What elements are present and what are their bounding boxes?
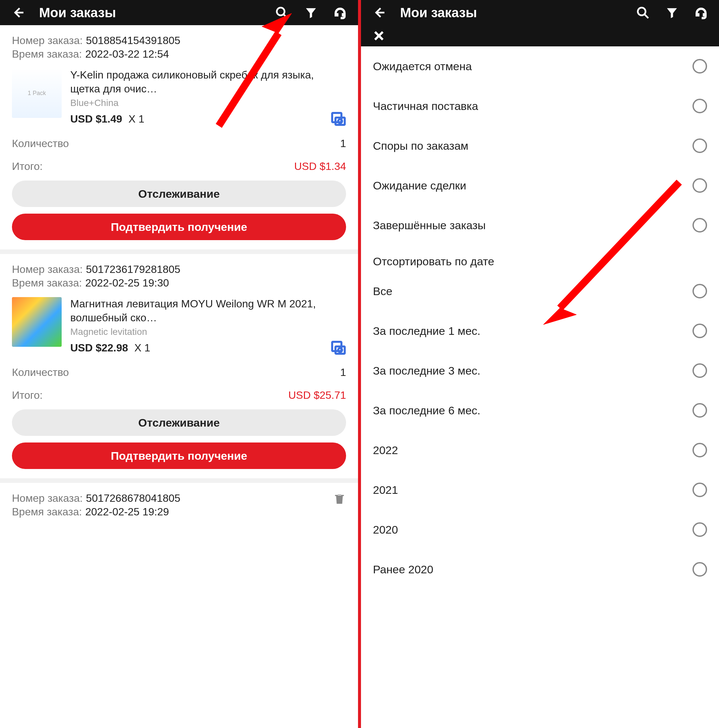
filter-status-option[interactable]: Частичная поставка (361, 86, 719, 126)
filter-date-option[interactable]: За последние 1 мес. (361, 311, 719, 351)
radio-icon (693, 284, 707, 298)
header-bar: Мои заказы (361, 0, 719, 25)
close-icon[interactable] (371, 28, 387, 44)
snapshot-icon[interactable] (330, 340, 346, 356)
radio-icon (693, 324, 707, 338)
filter-status-option[interactable]: Ожидается отмена (361, 46, 719, 86)
product-info: Магнитная левитация MOYU Weilong WR M 20… (70, 297, 346, 356)
order-number-label: Номер заказа: (12, 34, 83, 47)
order-number-label: Номер заказа: (12, 492, 83, 505)
page-title: Мои заказы (400, 5, 622, 20)
filter-option-label: 2020 (373, 523, 398, 536)
support-icon[interactable] (332, 5, 348, 20)
filter-date-option[interactable]: За последние 3 мес. (361, 351, 719, 390)
product-thumbnail: 1 Pack (12, 68, 62, 118)
radio-icon (693, 443, 707, 457)
total-label: Итого: (12, 389, 43, 401)
product-title: Y-Kelin продажа силиконовый скребок для … (70, 68, 346, 96)
order-time-label: Время заказа: (12, 506, 82, 518)
screenshot-divider (358, 0, 361, 728)
back-icon[interactable] (10, 5, 26, 20)
track-button[interactable]: Отслеживание (12, 409, 346, 436)
order-number-value: 5017236179281805 (86, 263, 180, 275)
filter-option-label: Споры по заказам (373, 139, 468, 152)
search-icon[interactable] (635, 5, 651, 20)
back-icon[interactable] (371, 5, 387, 20)
order-number-value: 5017268678041805 (86, 492, 180, 505)
product-variant: Magnetic levitation (70, 327, 346, 337)
support-icon[interactable] (693, 5, 709, 20)
filter-icon[interactable] (664, 5, 680, 20)
order-time-value: 2022-03-22 12:54 (85, 48, 169, 60)
svg-line-1 (284, 14, 287, 18)
product-row[interactable]: 1 Pack Y-Kelin продажа силиконовый скреб… (12, 68, 346, 127)
filter-option-label: Ожидание сделки (373, 179, 466, 192)
total-row: Итого: USD $1.34 (12, 160, 346, 173)
order-number-line: Номер заказа: 5018854154391805 (12, 34, 346, 47)
filter-date-option[interactable]: Ранее 2020 (361, 549, 719, 589)
confirm-button[interactable]: Подтвердить получение (12, 442, 346, 469)
filter-status-option[interactable]: Споры по заказам (361, 126, 719, 165)
screen-orders: Мои заказы Номер заказа: 501885415439180… (0, 0, 358, 728)
radio-icon (693, 99, 707, 113)
total-row: Итого: USD $25.71 (12, 389, 346, 401)
order-number-value: 5018854154391805 (86, 34, 180, 47)
radio-icon (693, 363, 707, 378)
order-time-label: Время заказа: (12, 48, 82, 60)
filter-date-option[interactable]: 2021 (361, 470, 719, 510)
order-time-value: 2022-02-25 19:29 (85, 506, 169, 518)
quantity-value: 1 (340, 366, 346, 379)
snapshot-icon[interactable] (330, 111, 346, 127)
order-card: Номер заказа: 5017236179281805 Время зак… (0, 254, 358, 478)
screen-filter: Мои заказы Ожидается отменаЧастичная пос… (361, 0, 719, 728)
action-buttons: Отслеживание Подтвердить получение (12, 409, 346, 469)
product-thumbnail (12, 297, 62, 347)
filter-list[interactable]: Ожидается отменаЧастичная поставкаСпоры … (361, 46, 719, 728)
filter-option-label: Завершённые заказы (373, 219, 486, 232)
radio-icon (693, 522, 707, 537)
search-icon[interactable] (274, 5, 290, 20)
filter-option-label: 2022 (373, 444, 398, 457)
product-qty: X 1 (128, 113, 144, 125)
total-value: USD $25.71 (288, 389, 346, 401)
filter-status-option[interactable]: Завершённые заказы (361, 205, 719, 245)
filter-icon[interactable] (303, 5, 319, 20)
radio-icon (693, 483, 707, 497)
orders-scroll[interactable]: Номер заказа: 5018854154391805 Время зак… (0, 25, 358, 728)
filter-subheader (361, 25, 719, 46)
svg-point-0 (277, 8, 284, 15)
product-variant: Blue+China (70, 98, 346, 108)
quantity-value: 1 (340, 138, 346, 150)
filter-option-label: 2021 (373, 483, 398, 497)
filter-date-option[interactable]: За последние 6 мес. (361, 390, 719, 430)
order-time-label: Время заказа: (12, 277, 82, 289)
action-buttons: Отслеживание Подтвердить получение (12, 180, 346, 240)
total-value: USD $1.34 (294, 160, 346, 173)
delete-icon[interactable] (333, 492, 346, 505)
quantity-row: Количество 1 (12, 138, 346, 150)
product-title: Магнитная левитация MOYU Weilong WR M 20… (70, 297, 346, 324)
radio-icon (693, 562, 707, 577)
filter-status-option[interactable]: Ожидание сделки (361, 165, 719, 205)
order-time-line: Время заказа: 2022-03-22 12:54 (12, 48, 346, 60)
svg-marker-13 (667, 8, 677, 18)
order-number-line: Номер заказа: 5017236179281805 (12, 263, 346, 275)
order-time-value: 2022-02-25 19:30 (85, 277, 169, 289)
page-title: Мои заказы (39, 5, 261, 20)
order-time-line: Время заказа: 2022-02-25 19:29 (12, 506, 328, 518)
filter-date-option[interactable]: Все (361, 271, 719, 311)
radio-icon (693, 403, 707, 418)
confirm-button[interactable]: Подтвердить получение (12, 214, 346, 240)
filter-date-option[interactable]: 2022 (361, 430, 719, 470)
svg-line-12 (644, 14, 648, 18)
radio-icon (693, 138, 707, 153)
track-button[interactable]: Отслеживание (12, 180, 346, 207)
product-info: Y-Kelin продажа силиконовый скребок для … (70, 68, 346, 127)
filter-option-label: Все (373, 285, 392, 298)
filter-date-option[interactable]: 2020 (361, 510, 719, 549)
product-row[interactable]: Магнитная левитация MOYU Weilong WR M 20… (12, 297, 346, 356)
radio-icon (693, 59, 707, 73)
card-separator (0, 249, 358, 254)
order-card: Номер заказа: 5017268678041805 Время зак… (0, 483, 358, 519)
order-number-line: Номер заказа: 5017268678041805 (12, 492, 328, 505)
